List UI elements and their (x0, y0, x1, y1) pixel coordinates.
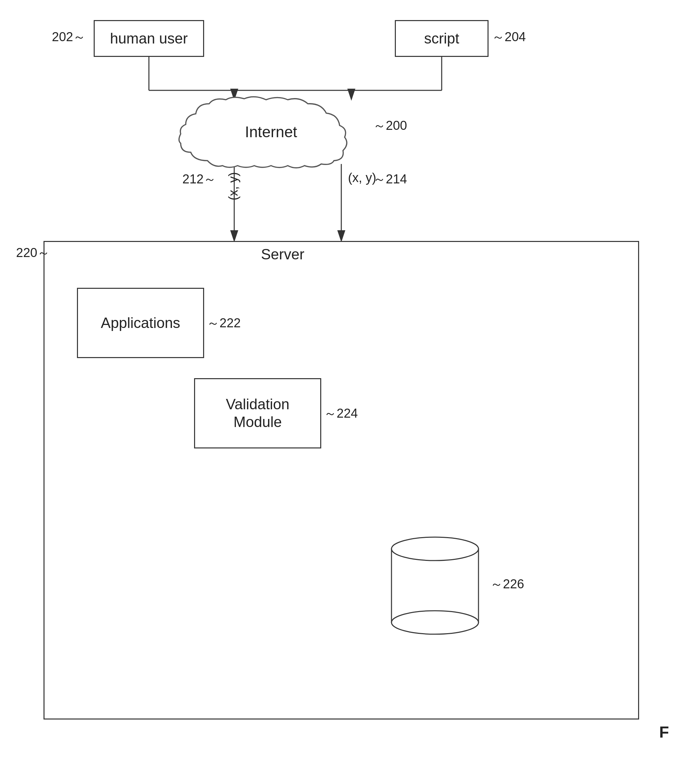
human-user-label: human user (110, 30, 188, 47)
svg-point-12 (392, 537, 478, 561)
ref-214: ～214 (373, 170, 407, 188)
ref-212: 212～ (182, 170, 216, 188)
applications-box: Applications (77, 288, 204, 358)
xy-left-label: (x, y) (226, 172, 241, 200)
validation-module-label: Validation Module (226, 396, 289, 431)
diagram-container: human user 202～ script ～204 Internet ～20… (0, 0, 700, 760)
ref-220: 220～ (16, 244, 50, 261)
applications-label: Applications (101, 314, 180, 332)
database-icon (385, 529, 485, 636)
ref-200: ～200 (373, 117, 407, 134)
validation-module-box: Validation Module (194, 378, 321, 449)
internet-cloud: Internet (174, 94, 368, 174)
script-label: script (424, 30, 459, 47)
ref-226: ～226 (490, 575, 524, 593)
svg-point-11 (392, 611, 478, 634)
ref-224: ～224 (324, 405, 358, 422)
ref-202: 202～ (52, 28, 86, 45)
svg-text:Internet: Internet (245, 123, 297, 141)
figure-label: F (659, 723, 669, 741)
ref-214-xy: (x, y) (348, 170, 376, 185)
script-box: script (395, 20, 489, 57)
ref-204: ～204 (492, 28, 526, 45)
ref-222: ～222 (207, 314, 241, 332)
human-user-box: human user (94, 20, 204, 57)
server-title: Server (261, 246, 305, 263)
